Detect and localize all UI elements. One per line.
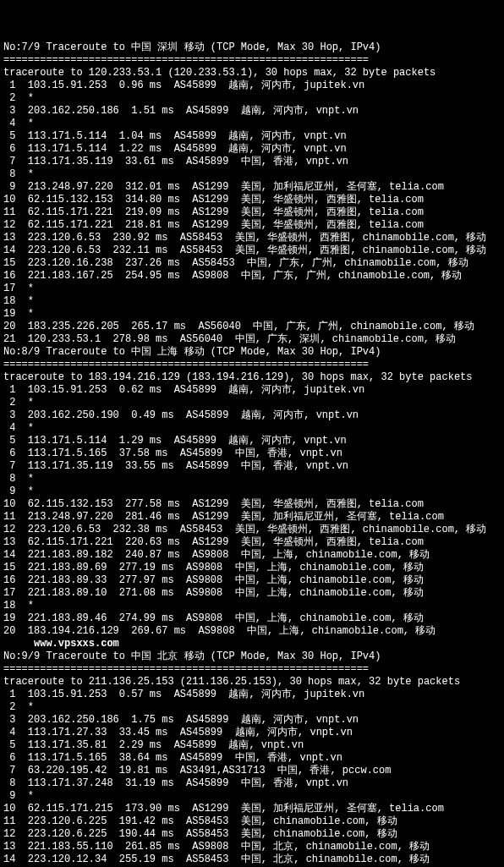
terminal-line: 13 221.183.55.110 261.85 ms AS9808 中国, 北… <box>3 841 501 853</box>
terminal-line: 14 221.183.89.182 240.87 ms AS9808 中国, 上… <box>3 549 501 562</box>
terminal-line: 15 221.183.89.69 277.19 ms AS9808 中国, 上海… <box>3 562 501 574</box>
terminal-line: 16 221.183.167.25 254.95 ms AS9808 中国, 广… <box>3 270 501 283</box>
terminal-line: 7 113.171.35.119 33.61 ms AS45899 中国, 香港… <box>3 156 501 168</box>
terminal-line: 2 * <box>3 397 501 409</box>
terminal-line: 12 223.120.6.225 190.44 ms AS58453 美国, c… <box>3 828 501 841</box>
terminal-line: 9 * <box>3 486 501 498</box>
terminal-line: 10 62.115.132.153 314.80 ms AS1299 美国, 华… <box>3 194 501 206</box>
terminal-line: traceroute to 183.194.216.129 (183.194.2… <box>3 371 501 384</box>
terminal-line: ========================================… <box>3 54 501 67</box>
terminal-line: No:9/9 Traceroute to 中国 北京 移动 (TCP Mode,… <box>3 650 501 663</box>
terminal-line: 11 62.115.171.221 219.09 ms AS1299 美国, 华… <box>3 206 501 219</box>
terminal-line: 10 62.115.171.215 173.90 ms AS1299 美国, 加… <box>3 803 501 815</box>
terminal-line: 5 113.171.5.114 1.04 ms AS45899 越南, 河内市,… <box>3 130 501 143</box>
terminal-line: 13 62.115.171.221 220.63 ms AS1299 美国, 华… <box>3 536 501 549</box>
terminal-line: 14 223.120.6.53 232.11 ms AS58453 美国, 华盛… <box>3 244 501 257</box>
terminal-line: ========================================… <box>3 663 501 676</box>
terminal-line: 3 203.162.250.186 1.75 ms AS45899 越南, 河内… <box>3 714 501 727</box>
terminal-output: No:7/9 Traceroute to 中国 深圳 移动 (TCP Mode,… <box>3 41 501 866</box>
terminal-line: 7 63.220.195.42 19.81 ms AS3491,AS31713 … <box>3 765 501 777</box>
terminal-line: 7 113.171.35.119 33.55 ms AS45899 中国, 香港… <box>3 460 501 473</box>
terminal-line: 3 203.162.250.190 0.49 ms AS45899 越南, 河内… <box>3 409 501 422</box>
terminal-line: 20 183.194.216.129 269.67 ms AS9808 中国, … <box>3 625 501 638</box>
terminal-line: 1 103.15.91.253 0.96 ms AS45899 越南, 河内市,… <box>3 80 501 92</box>
terminal-line: 9 213.248.97.220 312.01 ms AS1299 美国, 加利… <box>3 181 501 194</box>
terminal-line: 6 113.171.5.165 37.58 ms AS45899 中国, 香港,… <box>3 447 501 460</box>
terminal-line: 9 * <box>3 790 501 803</box>
terminal-line: 13 223.120.6.53 230.92 ms AS58453 美国, 华盛… <box>3 232 501 244</box>
terminal-line: 16 221.183.89.33 277.97 ms AS9808 中国, 上海… <box>3 574 501 587</box>
terminal-line: 6 113.171.5.114 1.22 ms AS45899 越南, 河内市,… <box>3 143 501 156</box>
terminal-line: 17 * <box>3 283 501 295</box>
terminal-line: 4 * <box>3 422 501 435</box>
terminal-line: 1 103.15.91.253 0.57 ms AS45899 越南, 河内市,… <box>3 689 501 701</box>
terminal-line: traceroute to 120.233.53.1 (120.233.53.1… <box>3 67 501 80</box>
terminal-line: 2 * <box>3 92 501 105</box>
terminal-line: 8 * <box>3 168 501 181</box>
terminal-line: 19 221.183.89.46 274.99 ms AS9808 中国, 上海… <box>3 612 501 625</box>
terminal-line: 11 213.248.97.220 281.46 ms AS1299 美国, 加… <box>3 511 501 524</box>
terminal-line: 18 * <box>3 600 501 612</box>
terminal-line: 4 * <box>3 118 501 130</box>
terminal-line: 12 223.120.6.53 232.38 ms AS58453 美国, 华盛… <box>3 524 501 536</box>
terminal-line: ========================================… <box>3 359 501 371</box>
terminal-line: 21 120.233.53.1 278.98 ms AS56040 中国, 广东… <box>3 333 501 346</box>
terminal-line: 20 183.235.226.205 265.17 ms AS56040 中国,… <box>3 321 501 333</box>
terminal-line: 6 113.171.5.165 38.64 ms AS45899 中国, 香港,… <box>3 752 501 765</box>
watermark-url: www.vpsxxs.com <box>3 638 501 650</box>
terminal-line: 1 103.15.91.253 0.62 ms AS45899 越南, 河内市,… <box>3 384 501 397</box>
terminal-line: traceroute to 211.136.25.153 (211.136.25… <box>3 676 501 689</box>
terminal-line: 8 113.171.37.248 31.19 ms AS45899 中国, 香港… <box>3 777 501 790</box>
terminal-line: 18 * <box>3 295 501 308</box>
terminal-line: 5 113.171.35.81 2.29 ms AS45899 越南, vnpt… <box>3 739 501 752</box>
terminal-line: 12 62.115.171.221 218.81 ms AS1299 美国, 华… <box>3 219 501 232</box>
terminal-line: 19 * <box>3 308 501 321</box>
terminal-line: 3 203.162.250.186 1.51 ms AS45899 越南, 河内… <box>3 105 501 118</box>
terminal-line: 15 223.120.16.238 237.26 ms AS58453 中国, … <box>3 257 501 270</box>
terminal-line: 14 223.120.12.34 255.19 ms AS58453 中国, 北… <box>3 853 501 866</box>
terminal-line: 8 * <box>3 473 501 486</box>
terminal-line: No:7/9 Traceroute to 中国 深圳 移动 (TCP Mode,… <box>3 41 501 54</box>
terminal-line: 4 113.171.27.33 33.45 ms AS45899 越南, 河内市… <box>3 727 501 739</box>
terminal-line: 11 223.120.6.225 191.42 ms AS58453 美国, c… <box>3 815 501 828</box>
terminal-line: 5 113.171.5.114 1.29 ms AS45899 越南, 河内市,… <box>3 435 501 447</box>
terminal-line: 10 62.115.132.153 277.58 ms AS1299 美国, 华… <box>3 498 501 511</box>
terminal-line: No:8/9 Traceroute to 中国 上海 移动 (TCP Mode,… <box>3 346 501 359</box>
terminal-line: 2 * <box>3 701 501 714</box>
terminal-line: 17 221.183.89.10 271.08 ms AS9808 中国, 上海… <box>3 587 501 600</box>
